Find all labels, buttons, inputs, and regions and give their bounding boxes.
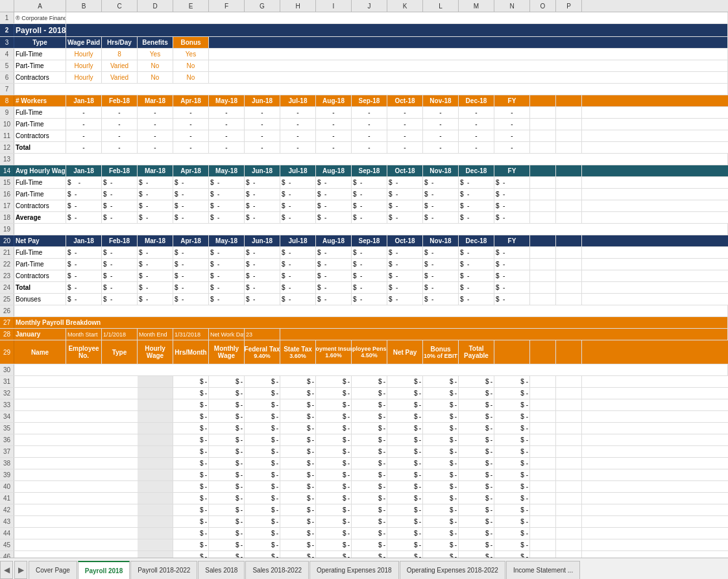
np-apr: Apr-18: [173, 235, 209, 246]
rownum-17: 17: [0, 200, 14, 211]
aw-o: [530, 165, 556, 176]
r12-o: [530, 142, 556, 153]
r16-sep: $ -: [352, 189, 387, 200]
w-feb: Feb-18: [102, 95, 138, 106]
col-L[interactable]: L: [423, 0, 459, 12]
row-24: 24 Total $ - $ - $ - $ - $ - $ - $ - $ -…: [0, 282, 728, 294]
w-o: [530, 95, 556, 106]
col-net-pay: Net Pay: [387, 340, 423, 364]
brand-cell: ® Corporate Finance Institute®. All righ…: [14, 12, 66, 23]
col-G[interactable]: G: [245, 0, 280, 12]
col-hourly-wage: Hourly Wage: [138, 340, 173, 364]
row-39: 39$-$-$-$-$-$-$-$-$-$ -: [0, 469, 728, 481]
col-O[interactable]: O: [530, 0, 556, 12]
r12-may: -: [209, 142, 245, 153]
row-7: 7: [0, 84, 728, 95]
rownum-33: 33: [0, 399, 14, 410]
tab-next-arrow[interactable]: ▶: [14, 561, 27, 579]
r12-mar: -: [138, 142, 173, 153]
row-42: 42$-$-$-$-$-$-$-$-$-$ -: [0, 504, 728, 516]
tab-operating-expenses-2018-2022[interactable]: Operating Expenses 2018-2022: [400, 561, 505, 579]
r4-wage: Hourly: [66, 49, 102, 60]
r11-aug: -: [316, 130, 352, 141]
col-C[interactable]: C: [102, 0, 138, 12]
r21-jan: $ -: [66, 247, 102, 258]
tab-sales-2018[interactable]: Sales 2018: [198, 561, 245, 579]
col-K[interactable]: K: [387, 0, 423, 12]
r12-apr: -: [173, 142, 209, 153]
tab-operating-expenses-2018[interactable]: Operating Expenses 2018: [309, 561, 399, 579]
col-J[interactable]: J: [352, 0, 387, 12]
r17-oct: $ -: [387, 200, 423, 211]
r22-type: Part-Time: [14, 259, 66, 270]
col-N[interactable]: N: [494, 0, 530, 12]
rownum-27: 27: [0, 317, 14, 328]
r16-may: $ -: [209, 189, 245, 200]
row-18-avg-avg: 18 Average $ - $ - $ - $ - $ - $ - $ - $…: [0, 212, 728, 224]
row-34: 34$-$-$-$-$-$-$-$-$-$ -: [0, 411, 728, 423]
r17-dec: $ -: [459, 200, 494, 211]
col-A[interactable]: A: [14, 0, 66, 12]
tab-payroll-2018[interactable]: Payroll 2018: [78, 561, 130, 579]
r16-apr: $ -: [173, 189, 209, 200]
corner-cell: [0, 0, 14, 12]
r17-sep: $ -: [352, 200, 387, 211]
w-p: [556, 95, 582, 106]
r16-jan: $ -: [66, 189, 102, 200]
tab-payroll-2018-2022[interactable]: Payroll 2018-2022: [130, 561, 197, 579]
w-may: May-18: [209, 95, 245, 106]
tab-prev-arrow[interactable]: ◀: [0, 561, 13, 579]
aw-sep: Sep-18: [352, 165, 387, 176]
row-13: 13: [0, 154, 728, 165]
row-6-contractors: 6 Contractors Hourly Varied No No: [0, 72, 728, 84]
col-H[interactable]: H: [280, 0, 316, 12]
row-19: 19: [0, 224, 728, 235]
r11-jun: -: [245, 130, 280, 141]
r18-o: [530, 212, 556, 223]
tab-sales-2018-2022[interactable]: Sales 2018-2022: [245, 561, 309, 579]
rownum-34: 34: [0, 411, 14, 422]
col-D[interactable]: D: [138, 0, 173, 12]
r10-sep: -: [352, 119, 387, 130]
row-31: 31$-$-$-$-$-$-$-$-$-$ -: [0, 376, 728, 388]
rownum-37: 37: [0, 446, 14, 457]
rownum-15: 15: [0, 177, 14, 188]
r6-bonus: No: [173, 72, 209, 83]
rownum-12: 12: [0, 142, 14, 153]
col-I[interactable]: I: [316, 0, 352, 12]
col-federal-tax: Federal Tax 9.40%: [245, 340, 280, 364]
col-F[interactable]: F: [209, 0, 245, 12]
col-B[interactable]: B: [66, 0, 102, 12]
january-label: January: [14, 329, 66, 340]
row-1: 1 ® Corporate Finance Institute®. All ri…: [0, 12, 728, 24]
col-M[interactable]: M: [459, 0, 494, 12]
r12-dec: -: [459, 142, 494, 153]
np-dec: Dec-18: [459, 235, 494, 246]
r15-dec: $ -: [459, 177, 494, 188]
r9-apr: -: [173, 107, 209, 118]
r9-jun: -: [245, 107, 280, 118]
r15-aug: $ -: [316, 177, 352, 188]
row-37: 37$-$-$-$-$-$-$-$-$-$ -: [0, 446, 728, 458]
rownum-43: 43: [0, 516, 14, 527]
r19-rest: [14, 224, 728, 235]
r11-sep: -: [352, 130, 387, 141]
r15-sep: $ -: [352, 177, 387, 188]
row-25: 25 Bonuses $ - $ - $ - $ - $ - $ - $ - $…: [0, 294, 728, 305]
tab-cover-page[interactable]: Cover Page: [29, 561, 77, 579]
row-33: 33$-$-$-$-$-$-$-$-$-$ -: [0, 399, 728, 411]
col-P[interactable]: P: [556, 0, 582, 12]
aw-mar: Mar-18: [138, 165, 173, 176]
r12-sep: -: [352, 142, 387, 153]
r16-fy: $ -: [494, 189, 530, 200]
col-E[interactable]: E: [173, 0, 209, 12]
r16-feb: $ -: [102, 189, 138, 200]
row-2-title: 2 Payroll - 2018: [0, 24, 728, 37]
row-10-pt-workers: 10 Part-Time - - - - - - - - - - - - -: [0, 119, 728, 130]
rownum-14: 14: [0, 165, 14, 176]
aw-apr: Apr-18: [173, 165, 209, 176]
row-41: 41$-$-$-$-$-$-$-$-$-$ -: [0, 493, 728, 504]
np-oct: Oct-18: [387, 235, 423, 246]
rownum-16: 16: [0, 189, 14, 200]
tab-income-statement[interactable]: Income Statement ...: [506, 561, 580, 579]
